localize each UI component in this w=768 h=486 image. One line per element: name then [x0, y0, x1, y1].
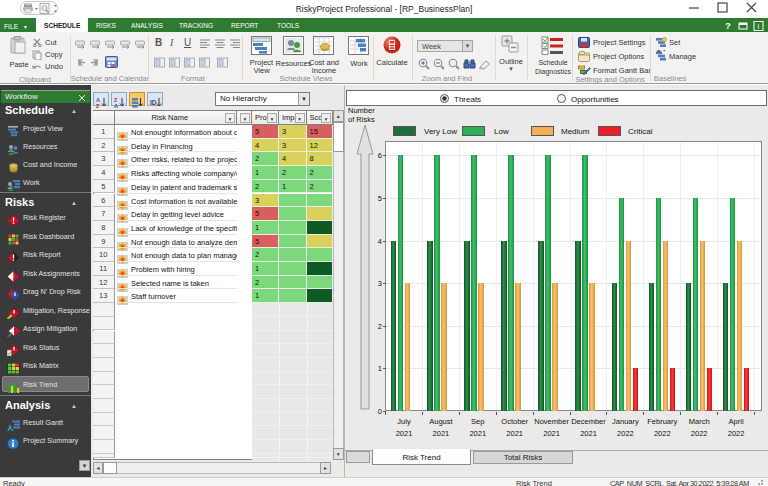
svg-text:Z: Z — [96, 103, 100, 108]
svg-text:A: A — [114, 103, 118, 108]
svg-text:i: i — [758, 22, 760, 31]
svg-text:ID: ID — [150, 99, 157, 106]
